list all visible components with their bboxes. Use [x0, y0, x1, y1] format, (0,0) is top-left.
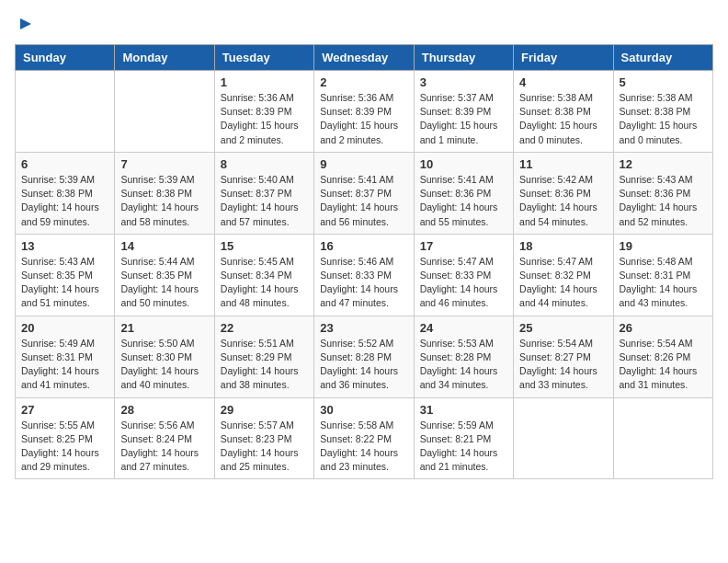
cell-line: Sunset: 8:25 PM	[21, 432, 108, 446]
day-number: 21	[120, 321, 208, 335]
cell-content: Sunrise: 5:43 AMSunset: 8:36 PMDaylight:…	[620, 173, 707, 229]
cell-line: Sunrise: 5:42 AM	[519, 173, 607, 187]
cell-line: Sunset: 8:36 PM	[420, 187, 507, 201]
day-number: 10	[420, 157, 507, 171]
calendar-cell: 27Sunrise: 5:55 AMSunset: 8:25 PMDayligh…	[16, 397, 115, 479]
calendar-cell: 10Sunrise: 5:41 AMSunset: 8:36 PMDayligh…	[414, 152, 513, 234]
cell-line: Daylight: 14 hours and 48 minutes.	[221, 282, 308, 310]
cell-content: Sunrise: 5:47 AMSunset: 8:33 PMDaylight:…	[420, 255, 507, 311]
cell-content: Sunrise: 5:41 AMSunset: 8:36 PMDaylight:…	[420, 173, 507, 229]
calendar-cell: 22Sunrise: 5:51 AMSunset: 8:29 PMDayligh…	[214, 316, 313, 397]
cell-line: Daylight: 14 hours and 41 minutes.	[21, 364, 108, 392]
day-header-saturday: Saturday	[613, 45, 712, 71]
cell-line: Daylight: 14 hours and 23 minutes.	[320, 446, 407, 474]
calendar-cell: 16Sunrise: 5:46 AMSunset: 8:33 PMDayligh…	[314, 234, 414, 316]
svg-marker-0	[20, 18, 31, 29]
calendar-cell: 29Sunrise: 5:57 AMSunset: 8:23 PMDayligh…	[214, 397, 313, 479]
cell-line: Sunrise: 5:46 AM	[320, 255, 407, 269]
day-number: 12	[620, 157, 707, 171]
cell-line: Daylight: 15 hours and 0 minutes.	[620, 119, 707, 146]
cell-line: Daylight: 14 hours and 47 minutes.	[320, 282, 407, 310]
calendar-cell: 14Sunrise: 5:44 AMSunset: 8:35 PMDayligh…	[115, 234, 214, 316]
cell-content: Sunrise: 5:43 AMSunset: 8:35 PMDaylight:…	[21, 255, 108, 311]
cell-line: Sunrise: 5:50 AM	[120, 337, 208, 350]
cell-line: Sunset: 8:26 PM	[620, 350, 707, 364]
page-header	[15, 15, 713, 33]
cell-line: Sunrise: 5:40 AM	[221, 173, 308, 187]
calendar-cell: 7Sunrise: 5:39 AMSunset: 8:38 PMDaylight…	[115, 152, 214, 234]
cell-line: Sunset: 8:39 PM	[221, 105, 308, 119]
cell-content: Sunrise: 5:54 AMSunset: 8:26 PMDaylight:…	[620, 337, 707, 393]
cell-line: Sunrise: 5:43 AM	[620, 173, 707, 187]
calendar-cell	[16, 71, 115, 153]
calendar-cell: 4Sunrise: 5:38 AMSunset: 8:38 PMDaylight…	[514, 71, 613, 153]
cell-line: Sunset: 8:23 PM	[221, 432, 308, 446]
cell-line: Sunrise: 5:49 AM	[21, 337, 108, 350]
cell-line: Sunrise: 5:52 AM	[320, 337, 407, 350]
cell-line: Sunset: 8:36 PM	[620, 187, 707, 201]
cell-line: Daylight: 14 hours and 31 minutes.	[620, 364, 707, 392]
calendar-cell: 21Sunrise: 5:50 AMSunset: 8:30 PMDayligh…	[115, 316, 214, 397]
cell-content: Sunrise: 5:53 AMSunset: 8:28 PMDaylight:…	[420, 337, 507, 393]
cell-line: Sunrise: 5:57 AM	[221, 419, 308, 432]
cell-line: Sunrise: 5:51 AM	[221, 337, 308, 350]
day-number: 24	[420, 321, 507, 335]
cell-content: Sunrise: 5:48 AMSunset: 8:31 PMDaylight:…	[620, 255, 707, 311]
week-row-4: 20Sunrise: 5:49 AMSunset: 8:31 PMDayligh…	[16, 316, 713, 397]
cell-line: Daylight: 14 hours and 52 minutes.	[620, 201, 707, 228]
calendar-cell	[514, 397, 613, 479]
cell-line: Daylight: 14 hours and 44 minutes.	[519, 282, 607, 310]
cell-line: Daylight: 14 hours and 38 minutes.	[221, 364, 308, 392]
day-number: 4	[519, 75, 607, 89]
cell-line: Daylight: 14 hours and 29 minutes.	[21, 446, 108, 474]
calendar-cell: 5Sunrise: 5:38 AMSunset: 8:38 PMDaylight…	[613, 71, 712, 153]
cell-line: Sunrise: 5:58 AM	[320, 419, 407, 432]
day-number: 5	[620, 75, 707, 89]
cell-line: Sunrise: 5:39 AM	[21, 173, 108, 187]
day-number: 7	[120, 157, 208, 171]
cell-line: Daylight: 14 hours and 36 minutes.	[320, 364, 407, 392]
day-number: 8	[221, 157, 308, 171]
cell-line: Sunrise: 5:41 AM	[420, 173, 507, 187]
cell-line: Daylight: 14 hours and 33 minutes.	[519, 364, 607, 392]
calendar-cell: 12Sunrise: 5:43 AMSunset: 8:36 PMDayligh…	[613, 152, 712, 234]
cell-line: Daylight: 14 hours and 58 minutes.	[120, 201, 208, 228]
cell-line: Daylight: 14 hours and 34 minutes.	[420, 364, 507, 392]
cell-line: Sunset: 8:35 PM	[21, 269, 108, 282]
day-number: 25	[519, 321, 607, 335]
cell-content: Sunrise: 5:58 AMSunset: 8:22 PMDaylight:…	[320, 419, 407, 475]
cell-line: Sunset: 8:30 PM	[120, 350, 208, 364]
cell-line: Sunrise: 5:47 AM	[420, 255, 507, 269]
calendar-cell: 6Sunrise: 5:39 AMSunset: 8:38 PMDaylight…	[16, 152, 115, 234]
calendar-cell: 15Sunrise: 5:45 AMSunset: 8:34 PMDayligh…	[214, 234, 313, 316]
calendar-cell: 24Sunrise: 5:53 AMSunset: 8:28 PMDayligh…	[414, 316, 513, 397]
cell-line: Sunrise: 5:59 AM	[420, 419, 507, 432]
cell-line: Sunset: 8:27 PM	[519, 350, 607, 364]
cell-line: Daylight: 14 hours and 27 minutes.	[120, 446, 208, 474]
cell-line: Sunrise: 5:56 AM	[120, 419, 208, 432]
cell-content: Sunrise: 5:49 AMSunset: 8:31 PMDaylight:…	[21, 337, 108, 393]
cell-line: Sunset: 8:28 PM	[420, 350, 507, 364]
day-header-friday: Friday	[514, 45, 613, 71]
day-number: 22	[221, 321, 308, 335]
day-number: 13	[21, 239, 108, 253]
calendar-cell: 17Sunrise: 5:47 AMSunset: 8:33 PMDayligh…	[414, 234, 513, 316]
cell-line: Sunrise: 5:44 AM	[120, 255, 208, 269]
cell-content: Sunrise: 5:55 AMSunset: 8:25 PMDaylight:…	[21, 419, 108, 475]
calendar-cell: 11Sunrise: 5:42 AMSunset: 8:36 PMDayligh…	[514, 152, 613, 234]
cell-content: Sunrise: 5:42 AMSunset: 8:36 PMDaylight:…	[519, 173, 607, 229]
calendar-header-row: SundayMondayTuesdayWednesdayThursdayFrid…	[16, 45, 713, 71]
logo-arrow-icon	[17, 15, 35, 33]
cell-line: Sunset: 8:24 PM	[120, 432, 208, 446]
calendar-cell: 18Sunrise: 5:47 AMSunset: 8:32 PMDayligh…	[514, 234, 613, 316]
cell-line: Sunset: 8:37 PM	[320, 187, 407, 201]
cell-line: Daylight: 14 hours and 56 minutes.	[320, 201, 407, 228]
cell-line: Sunset: 8:29 PM	[221, 350, 308, 364]
calendar-cell: 1Sunrise: 5:36 AMSunset: 8:39 PMDaylight…	[214, 71, 313, 153]
day-header-wednesday: Wednesday	[314, 45, 414, 71]
cell-line: Sunset: 8:39 PM	[320, 105, 407, 119]
cell-line: Sunset: 8:37 PM	[221, 187, 308, 201]
cell-line: Sunrise: 5:53 AM	[420, 337, 507, 350]
calendar-cell: 8Sunrise: 5:40 AMSunset: 8:37 PMDaylight…	[214, 152, 313, 234]
cell-content: Sunrise: 5:44 AMSunset: 8:35 PMDaylight:…	[120, 255, 208, 311]
